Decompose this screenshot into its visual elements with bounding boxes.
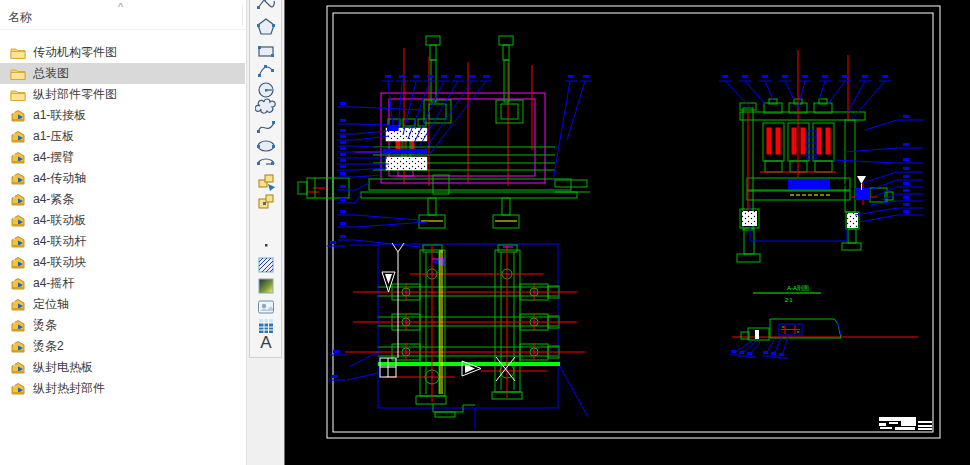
tool-hatch-icon[interactable] [254, 254, 278, 276]
file-name-label: 烫条 [33, 317, 57, 334]
tool-gradient-icon[interactable] [254, 275, 278, 297]
dwg-icon [10, 171, 26, 187]
list-item[interactable]: 烫条 [0, 315, 245, 336]
svg-text:A: A [260, 333, 272, 352]
list-item[interactable]: a4-摇杆 [0, 273, 245, 294]
list-item[interactable]: a4-传动轴 [0, 168, 245, 189]
list-item[interactable]: a4-摆臂 [0, 147, 245, 168]
file-name-label: a4-传动轴 [33, 170, 86, 187]
file-name-label: 烫条2 [33, 338, 64, 355]
list-item[interactable]: a4-联动杆 [0, 231, 245, 252]
file-name-label: 定位轴 [33, 296, 69, 313]
dwg-icon [10, 318, 26, 334]
tool-make-block-icon[interactable] [254, 191, 278, 213]
file-name-label: a4-摆臂 [33, 149, 74, 166]
cad-viewport[interactable]: A-A剖面 2:1 [285, 0, 970, 465]
file-name-label: a4-联动块 [33, 254, 86, 271]
file-name-label: a1-压板 [33, 128, 74, 145]
datum-flag [857, 176, 866, 184]
file-name-label: 传动机构零件图 [33, 44, 117, 61]
list-item[interactable]: 纵封电热板 [0, 357, 245, 378]
front-view-balloons [337, 102, 428, 247]
section-label: A-A剖面 [787, 284, 809, 292]
file-name-label: a1-联接板 [33, 107, 86, 124]
list-item[interactable]: a4-联动块 [0, 252, 245, 273]
plan-view [327, 241, 588, 429]
title-block [879, 417, 932, 430]
list-item[interactable]: 传动机构零件图 [0, 42, 245, 63]
file-name-label: 纵封电热板 [33, 359, 93, 376]
tool-polygon-icon[interactable] [254, 16, 278, 38]
scale-label: 2:1 [785, 297, 793, 303]
list-item[interactable]: 定位轴 [0, 294, 245, 315]
cad-canvas[interactable]: A-A剖面 2:1 [285, 0, 970, 465]
list-item[interactable]: 纵封热封部件 [0, 378, 245, 399]
sort-ascending-icon: ^ [118, 1, 123, 13]
folder-icon [10, 66, 26, 82]
dwg-icon [10, 213, 26, 229]
dwg-icon [10, 255, 26, 271]
file-name-label: a4-摇杆 [33, 275, 74, 292]
list-item[interactable]: a1-压板 [0, 126, 245, 147]
toolbar-strip: A [247, 0, 285, 465]
tool-arc-icon[interactable] [254, 59, 278, 81]
dwg-icon [10, 192, 26, 208]
dwg-icon [10, 339, 26, 355]
draw-toolbar: A [249, 0, 282, 358]
side-view [737, 50, 893, 262]
list-item[interactable]: 纵封部件零件图 [0, 84, 245, 105]
dwg-icon [10, 297, 26, 313]
file-name-label: 总装图 [33, 65, 69, 82]
list-item[interactable]: a1-联接板 [0, 105, 245, 126]
file-name-label: 纵封部件零件图 [33, 86, 117, 103]
tool-insert-block-icon[interactable] [254, 171, 278, 193]
file-name-label: 纵封热封部件 [33, 380, 105, 397]
section-detail: A-A剖面 2:1 [730, 284, 918, 358]
name-column-header[interactable]: 名称 ^ [0, 0, 246, 30]
list-item[interactable]: a4-联动板 [0, 210, 245, 231]
file-list: 传动机构零件图 总装图 纵封部件零件图 a1-联接板 a1-压板 a4-摆臂 a… [0, 42, 245, 399]
file-explorer-panel: 名称 ^ 传动机构零件图 总装图 纵封部件零件图 a1-联接板 a1-压板 [0, 0, 247, 465]
application-window: 名称 ^ 传动机构零件图 总装图 纵封部件零件图 a1-联接板 a1-压板 [0, 0, 970, 465]
tool-point-icon[interactable] [254, 234, 278, 256]
list-item[interactable]: 总装图 [0, 63, 245, 84]
dwg-icon [10, 276, 26, 292]
dwg-icon [10, 150, 26, 166]
file-name-label: a4-紧条 [33, 191, 74, 208]
name-column-label: 名称 [8, 9, 32, 26]
column-divider [242, 3, 243, 26]
folder-icon [10, 87, 26, 103]
dwg-icon [10, 234, 26, 250]
file-name-label: a4-联动板 [33, 212, 86, 229]
tool-multiline-text-icon[interactable]: A [254, 331, 278, 353]
dwg-icon [10, 360, 26, 376]
dwg-icon [10, 108, 26, 124]
folder-icon [10, 45, 26, 61]
list-item[interactable]: a4-紧条 [0, 189, 245, 210]
list-item[interactable]: 烫条2 [0, 336, 245, 357]
hatched-section [386, 157, 427, 170]
dwg-icon [10, 381, 26, 397]
file-name-label: a4-联动杆 [33, 233, 86, 250]
dwg-icon [10, 129, 26, 145]
tool-polyline-icon[interactable] [254, 0, 278, 14]
